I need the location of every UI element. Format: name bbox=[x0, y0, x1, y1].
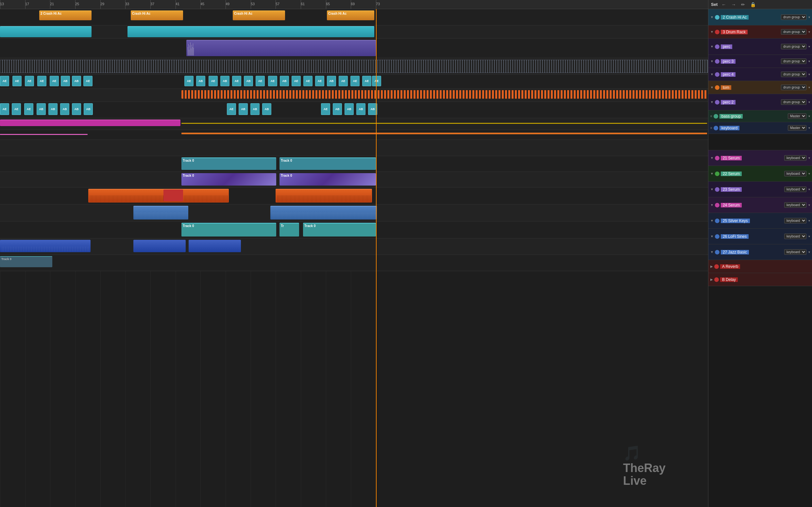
clip-ae-3[interactable]: AE bbox=[25, 76, 34, 86]
clip-ae2-r7[interactable]: AB bbox=[345, 103, 354, 115]
clip-ae-r6[interactable]: AE bbox=[292, 76, 301, 86]
clip-ae2-r1[interactable]: AE bbox=[227, 103, 236, 115]
clip-crash-1[interactable]: 2 Crash Hi Ac bbox=[39, 10, 92, 20]
clip-blue-long-3[interactable] bbox=[189, 240, 241, 252]
track-expand-arrow[interactable]: ▼ bbox=[710, 203, 714, 207]
ruler[interactable]: 13172125293337414549535761656973 bbox=[0, 0, 708, 9]
clip-ae-1[interactable]: AE bbox=[0, 76, 9, 86]
clip-ae2-r3[interactable]: AB bbox=[250, 103, 260, 115]
clip-ab-r5[interactable]: AB bbox=[327, 76, 336, 86]
track-expand-arrow[interactable]: ▼ bbox=[710, 219, 714, 222]
clip-ab-1[interactable]: AB bbox=[61, 76, 70, 86]
sidebar-track-tom[interactable]: ▼ tom drum group ▾ bbox=[708, 81, 812, 94]
clip-ae-r8[interactable]: AE bbox=[315, 76, 324, 86]
clip-ae2-6[interactable]: AB bbox=[60, 103, 69, 115]
track-group-select[interactable]: Master bbox=[788, 125, 806, 131]
clip-ae-r2[interactable]: AE bbox=[209, 76, 218, 86]
clip-ae2-r2[interactable]: AB bbox=[239, 103, 248, 115]
track-group-select[interactable]: drum group bbox=[781, 84, 806, 90]
clip-ae-6[interactable]: AE bbox=[83, 76, 93, 86]
sidebar-track-perc2[interactable]: ▼ perc 2 drum group ▾ bbox=[708, 94, 812, 110]
track-expand-arrow[interactable]: ▼ bbox=[710, 30, 714, 34]
clip-ae-r11[interactable]: AE bbox=[362, 76, 371, 86]
clip-ae2-5[interactable]: AB bbox=[48, 103, 57, 115]
nav-left-button[interactable]: ← bbox=[720, 1, 727, 8]
sidebar-track-perc4[interactable]: ▼ perc 4 drum group ▾ bbox=[708, 68, 812, 81]
clip-ae-r10[interactable]: AE bbox=[350, 76, 360, 86]
track-expand-arrow[interactable]: ▼ bbox=[710, 234, 714, 238]
nav-right-button[interactable]: → bbox=[730, 1, 737, 8]
track-group-select[interactable]: drum group bbox=[781, 58, 806, 64]
track-group-select[interactable]: keyboard bbox=[784, 218, 806, 223]
sidebar-track-serum22[interactable]: ▼ 22 Serum keyboard ▾ bbox=[708, 166, 812, 182]
clip-ae-2[interactable]: AE bbox=[12, 76, 21, 86]
clip-red-1[interactable] bbox=[163, 189, 183, 201]
sidebar-track-keyboard[interactable]: ≡ keyboard Master ▾ bbox=[708, 122, 812, 134]
track-expand-arrow[interactable]: ▼ bbox=[710, 86, 714, 89]
track-expand-arrow[interactable]: ▼ bbox=[710, 156, 714, 160]
clip-orange-2[interactable] bbox=[275, 189, 372, 203]
track-expand-arrow[interactable]: ≡ bbox=[710, 114, 712, 118]
clip-ae-4[interactable]: AE bbox=[37, 76, 46, 86]
clip-ae-r5[interactable]: AE bbox=[268, 76, 277, 86]
track-group-select[interactable]: keyboard bbox=[784, 171, 806, 176]
track-group-select[interactable]: drum group bbox=[781, 99, 806, 105]
track-group-select[interactable]: drum group bbox=[781, 14, 806, 20]
track-expand-arrow[interactable]: ▶ bbox=[710, 278, 713, 281]
clip-ab-r2[interactable]: AB bbox=[220, 76, 230, 86]
track-expand-arrow[interactable]: ▼ bbox=[710, 250, 714, 254]
clip-cyan-1[interactable] bbox=[0, 26, 92, 37]
clip-ae2-2[interactable]: AE bbox=[12, 103, 21, 115]
clip-ab-r1[interactable]: AB bbox=[196, 76, 205, 86]
sidebar-track-silver-keys[interactable]: ▼ 25 Silver Keys keyboard ▾ bbox=[708, 213, 812, 229]
track-group-select[interactable]: keyboard bbox=[784, 234, 806, 239]
clip-blue-1[interactable] bbox=[133, 206, 188, 220]
track-group-select[interactable]: drum group bbox=[781, 44, 806, 49]
clip-ae-5[interactable]: AE bbox=[50, 76, 59, 86]
track-expand-arrow[interactable]: ▼ bbox=[710, 72, 714, 76]
clip-ae2-r8[interactable]: AB bbox=[356, 103, 365, 115]
clip-track0-4[interactable]: Track 0 bbox=[303, 223, 376, 236]
track-expand-arrow[interactable]: ▶ bbox=[710, 265, 713, 268]
clip-ae2-4[interactable]: AB bbox=[37, 103, 46, 115]
track-group-select[interactable]: drum group bbox=[781, 29, 806, 35]
clip-track0-2[interactable]: Track 0 bbox=[280, 158, 376, 170]
track-group-select[interactable]: keyboard bbox=[784, 155, 806, 161]
clip-blue-2[interactable] bbox=[270, 206, 377, 220]
track-expand-arrow[interactable]: ▼ bbox=[710, 172, 714, 175]
clip-track0-purple-2[interactable]: Track 0 bbox=[280, 173, 376, 185]
sidebar-track-b-delay[interactable]: ▶ B Delay bbox=[708, 273, 812, 286]
sidebar-track-jazz-basic[interactable]: ▼ 27 Jazz Basic keyboard ▾ bbox=[708, 244, 812, 260]
clip-tr-1[interactable]: Tr bbox=[280, 223, 299, 236]
clip-ae-r12[interactable]: AE bbox=[372, 76, 381, 86]
clip-ae2-1[interactable]: AE bbox=[0, 103, 9, 115]
pencil-button[interactable]: ✏ bbox=[740, 1, 746, 8]
clip-blue-long-2[interactable] bbox=[133, 240, 186, 252]
track-expand-arrow[interactable]: ▼ bbox=[710, 59, 714, 63]
sidebar-track-perc3[interactable]: ▼ perc 3 drum group ▾ bbox=[708, 55, 812, 68]
clip-purple-1[interactable] bbox=[186, 40, 376, 56]
clip-crash-4[interactable]: Crash Hi Ac bbox=[327, 10, 374, 20]
track-group-select[interactable]: keyboard bbox=[784, 249, 806, 255]
track-expand-arrow[interactable]: ▼ bbox=[710, 187, 714, 191]
clip-ae2-8[interactable]: AB bbox=[84, 103, 93, 115]
sidebar-track-drum-rack[interactable]: ▼ 3 Drum Rack drum group ▾ bbox=[708, 25, 812, 39]
sidebar-track-serum23[interactable]: ▼ 23 Serum keyboard ▾ bbox=[708, 182, 812, 197]
sidebar-track-serum24[interactable]: ▼ 24 Serum keyboard ▾ bbox=[708, 197, 812, 213]
clip-ae-r9[interactable]: AE bbox=[339, 76, 348, 86]
sidebar-track-a-reverb[interactable]: ▶ A Reverb bbox=[708, 260, 812, 273]
sidebar-track-serum21[interactable]: ▼ 21 Serum keyboard ▾ bbox=[708, 150, 812, 166]
sidebar-track-perc[interactable]: ▼ perc drum group ▾ bbox=[708, 39, 812, 55]
clip-track0-purple-1[interactable]: Track 0 bbox=[182, 173, 276, 185]
track-expand-arrow[interactable]: ▼ bbox=[710, 15, 714, 19]
track-expand-arrow[interactable]: ▼ bbox=[710, 100, 714, 104]
clip-ab-2[interactable]: AB bbox=[72, 76, 81, 86]
clip-crash-2[interactable]: Crash Hi Ac bbox=[131, 10, 183, 20]
clip-ae-r4[interactable]: AE bbox=[256, 76, 265, 86]
clip-crash-3[interactable]: Crash Hi Ac bbox=[233, 10, 285, 20]
track-group-select[interactable]: Master bbox=[788, 113, 806, 119]
sidebar-track-bass-group[interactable]: ≡ bass group Master ▾ bbox=[708, 110, 812, 122]
clip-track0-3[interactable]: Track 0 bbox=[182, 223, 276, 236]
clip-ab-r3[interactable]: AB bbox=[244, 76, 253, 86]
sidebar-track-crash-hi-ac[interactable]: ▼ 2 Crash Hi Ac drum group ▾ bbox=[708, 9, 812, 25]
